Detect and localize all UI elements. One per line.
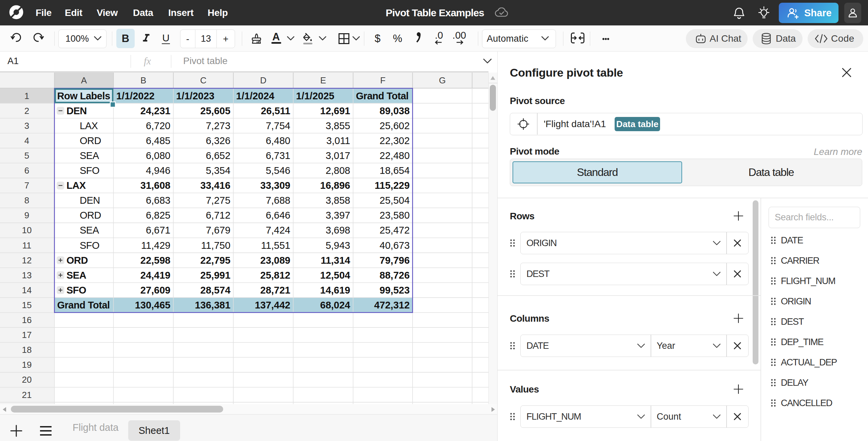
svg-text:472,312: 472,312 xyxy=(374,300,410,310)
svg-text:14,619: 14,619 xyxy=(320,285,350,296)
svg-text:3,698: 3,698 xyxy=(326,225,350,236)
svg-text:ORD: ORD xyxy=(66,255,88,266)
svg-text:LAX: LAX xyxy=(80,120,98,131)
svg-text:7,754: 7,754 xyxy=(266,120,290,131)
svg-text:137,442: 137,442 xyxy=(255,300,290,310)
svg-text:40,673: 40,673 xyxy=(380,240,410,251)
svg-text:2: 2 xyxy=(24,106,29,116)
svg-text:25,602: 25,602 xyxy=(380,120,410,131)
svg-text:8: 8 xyxy=(24,195,29,205)
svg-text:3,858: 3,858 xyxy=(326,195,350,206)
svg-text:20: 20 xyxy=(22,375,32,385)
svg-text:G: G xyxy=(439,75,446,85)
svg-text:SFO: SFO xyxy=(80,240,99,251)
svg-text:3,011: 3,011 xyxy=(326,135,350,146)
svg-text:5,546: 5,546 xyxy=(266,165,290,176)
svg-text:11,551: 11,551 xyxy=(261,240,290,251)
svg-text:6,683: 6,683 xyxy=(146,195,171,206)
svg-text:10: 10 xyxy=(22,225,32,235)
svg-text:115,229: 115,229 xyxy=(375,180,410,191)
svg-text:6,731: 6,731 xyxy=(266,150,290,161)
svg-text:136,381: 136,381 xyxy=(195,300,230,310)
svg-text:C: C xyxy=(200,75,207,85)
svg-text:6,485: 6,485 xyxy=(146,135,171,146)
svg-text:1/1/2022: 1/1/2022 xyxy=(116,91,155,101)
svg-text:24,419: 24,419 xyxy=(140,270,171,281)
svg-text:6,825: 6,825 xyxy=(146,210,171,221)
svg-text:16: 16 xyxy=(22,315,32,325)
svg-text:5,943: 5,943 xyxy=(326,240,350,251)
svg-text:3: 3 xyxy=(24,121,29,131)
svg-text:3,017: 3,017 xyxy=(326,150,350,161)
svg-text:5,354: 5,354 xyxy=(206,165,231,176)
svg-text:23,089: 23,089 xyxy=(260,255,290,266)
svg-text:6,646: 6,646 xyxy=(266,210,290,221)
svg-text:6,080: 6,080 xyxy=(146,150,171,161)
svg-text:7,688: 7,688 xyxy=(266,195,290,206)
svg-text:6: 6 xyxy=(24,165,29,176)
svg-text:ORD: ORD xyxy=(80,135,101,146)
svg-text:28,574: 28,574 xyxy=(200,285,231,296)
svg-text:DEN: DEN xyxy=(80,195,100,206)
svg-text:SEA: SEA xyxy=(66,270,86,281)
svg-text:99,523: 99,523 xyxy=(380,285,410,296)
svg-text:26,511: 26,511 xyxy=(261,105,290,116)
svg-text:33,416: 33,416 xyxy=(200,180,231,191)
svg-text:88,726: 88,726 xyxy=(380,270,410,281)
svg-text:22,302: 22,302 xyxy=(380,135,410,146)
svg-text:130,465: 130,465 xyxy=(135,300,171,310)
svg-text:7,679: 7,679 xyxy=(206,225,231,236)
svg-text:Grand Total: Grand Total xyxy=(57,300,110,310)
svg-text:13: 13 xyxy=(22,270,32,280)
svg-text:12,504: 12,504 xyxy=(320,270,350,281)
svg-text:11: 11 xyxy=(22,240,32,250)
svg-text:9: 9 xyxy=(24,210,29,220)
svg-text:A: A xyxy=(81,75,87,85)
svg-text:6,480: 6,480 xyxy=(266,135,290,146)
svg-text:18,654: 18,654 xyxy=(380,165,410,176)
svg-text:22,480: 22,480 xyxy=(380,150,410,161)
svg-text:6,720: 6,720 xyxy=(146,120,171,131)
svg-text:5: 5 xyxy=(24,151,29,161)
svg-text:SFO: SFO xyxy=(66,285,86,296)
svg-text:4,946: 4,946 xyxy=(146,165,171,176)
svg-text:7: 7 xyxy=(24,180,29,191)
svg-text:25,504: 25,504 xyxy=(380,195,410,206)
svg-text:31,608: 31,608 xyxy=(140,180,171,191)
svg-text:7,424: 7,424 xyxy=(266,225,290,236)
svg-text:12,691: 12,691 xyxy=(320,105,350,116)
svg-text:6,712: 6,712 xyxy=(206,210,231,221)
svg-text:21: 21 xyxy=(22,390,32,400)
svg-text:4: 4 xyxy=(24,136,29,146)
svg-text:79,796: 79,796 xyxy=(380,255,410,266)
svg-text:1/1/2024: 1/1/2024 xyxy=(236,91,274,101)
svg-text:7,275: 7,275 xyxy=(206,195,231,206)
svg-text:1/1/2023: 1/1/2023 xyxy=(176,91,214,101)
svg-text:14: 14 xyxy=(22,285,32,295)
svg-text:18: 18 xyxy=(22,345,32,355)
svg-text:6,671: 6,671 xyxy=(146,225,171,236)
svg-text:33,309: 33,309 xyxy=(260,180,290,191)
svg-text:25,812: 25,812 xyxy=(260,270,290,281)
svg-text:68,024: 68,024 xyxy=(320,300,350,310)
svg-text:27,609: 27,609 xyxy=(140,285,171,296)
svg-text:D: D xyxy=(260,75,267,85)
svg-text:25,472: 25,472 xyxy=(380,225,410,236)
svg-text:ORD: ORD xyxy=(80,210,101,221)
svg-text:SFO: SFO xyxy=(80,165,99,176)
svg-text:28,721: 28,721 xyxy=(260,285,290,296)
svg-text:25,991: 25,991 xyxy=(200,270,231,281)
svg-text:11,429: 11,429 xyxy=(141,240,171,251)
svg-text:24,231: 24,231 xyxy=(140,105,171,116)
svg-text:1: 1 xyxy=(24,91,29,101)
svg-text:17: 17 xyxy=(22,330,32,340)
svg-text:11,750: 11,750 xyxy=(201,240,231,251)
svg-text:89,038: 89,038 xyxy=(380,105,410,116)
svg-text:6,652: 6,652 xyxy=(206,150,231,161)
svg-text:15: 15 xyxy=(22,300,32,310)
svg-text:12: 12 xyxy=(22,255,32,265)
svg-text:25,605: 25,605 xyxy=(200,105,231,116)
svg-text:Row Labels: Row Labels xyxy=(57,91,110,101)
svg-text:6,326: 6,326 xyxy=(206,135,231,146)
svg-text:Grand Total: Grand Total xyxy=(356,91,408,101)
